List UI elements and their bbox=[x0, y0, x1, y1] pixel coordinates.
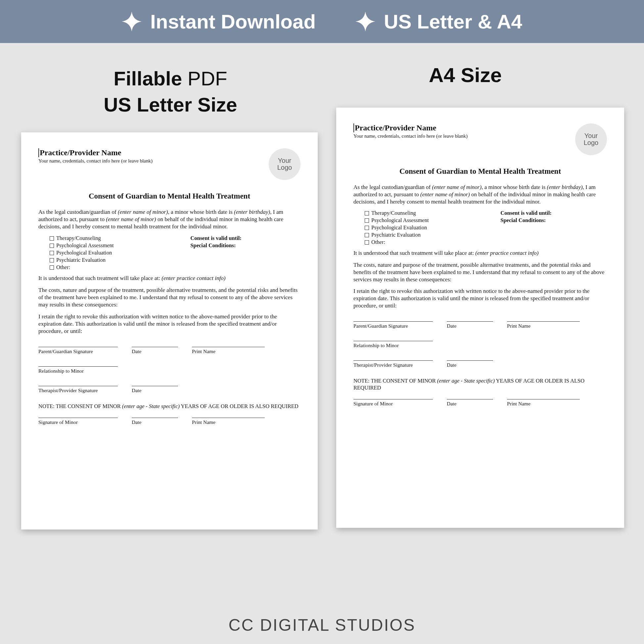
logo-placeholder[interactable]: YourLogo bbox=[269, 148, 300, 180]
consent-valid-block: Consent is valid until: Special Conditio… bbox=[500, 210, 607, 246]
note-line: NOTE: THE CONSENT OF MINOR (enter age - … bbox=[38, 403, 300, 410]
footer-brand: CC DIGITAL STUDIOS bbox=[0, 616, 644, 635]
checkbox[interactable] bbox=[50, 251, 54, 255]
costs-paragraph: The costs, nature and purpose of the tre… bbox=[353, 261, 607, 283]
note-line: NOTE: THE CONSENT OF MINOR (enter age - … bbox=[353, 377, 607, 391]
heading-right: A4 Size bbox=[320, 62, 611, 88]
checkbox[interactable] bbox=[50, 258, 54, 262]
banner-item-download: Instant Download bbox=[122, 10, 316, 33]
therapist-sig-line[interactable] bbox=[353, 360, 433, 361]
heading-left-line2: US Letter Size bbox=[26, 92, 314, 117]
intro-paragraph: As the legal custodian/guardian of (ente… bbox=[38, 208, 300, 230]
minor-sig-line[interactable] bbox=[38, 418, 118, 418]
checkbox-list: Therapy/Counseling Psychological Assessm… bbox=[353, 210, 500, 246]
sparkle-icon bbox=[122, 12, 142, 31]
date-line[interactable] bbox=[132, 386, 178, 386]
practice-sub[interactable]: Your name, credentials, contact info her… bbox=[38, 158, 265, 164]
document-a4: Practice/Provider Name Your name, creden… bbox=[336, 108, 624, 528]
date-line[interactable] bbox=[447, 399, 493, 399]
checkbox[interactable] bbox=[50, 236, 54, 241]
consent-valid-block: Consent is valid until: Special Conditio… bbox=[190, 235, 300, 271]
heading-left-word2: PDF bbox=[182, 68, 227, 90]
date-line[interactable] bbox=[447, 360, 493, 361]
banner-text-download: Instant Download bbox=[150, 10, 316, 33]
content-area: Fillable PDF US Letter Size A4 Size Prac… bbox=[0, 43, 644, 596]
revoke-paragraph: I retain the right to revoke this author… bbox=[38, 313, 300, 335]
banner-item-sizes: US Letter & A4 bbox=[355, 10, 522, 33]
intro-paragraph: As the legal custodian/guardian of (ente… bbox=[353, 184, 607, 205]
relationship-line[interactable] bbox=[38, 366, 118, 367]
checkbox[interactable] bbox=[365, 226, 369, 230]
checkbox-list: Therapy/Counseling Psychological Assessm… bbox=[38, 235, 190, 271]
print-name-line[interactable] bbox=[192, 418, 265, 418]
checkbox[interactable] bbox=[365, 218, 369, 223]
checkbox[interactable] bbox=[50, 244, 54, 248]
top-banner: Instant Download US Letter & A4 bbox=[0, 0, 644, 43]
checkbox[interactable] bbox=[365, 240, 369, 245]
signature-line[interactable] bbox=[353, 321, 433, 322]
doc-title: Consent of Guardian to Mental Health Tre… bbox=[353, 167, 607, 176]
practice-sub[interactable]: Your name, credentials, contact info her… bbox=[353, 133, 572, 139]
date-line[interactable] bbox=[447, 321, 493, 322]
banner-text-sizes: US Letter & A4 bbox=[384, 10, 522, 33]
costs-paragraph: The costs, nature and purpose of the tre… bbox=[38, 287, 300, 308]
doc-title: Consent of Guardian to Mental Health Tre… bbox=[38, 192, 300, 201]
sparkle-icon bbox=[355, 12, 375, 31]
revoke-paragraph: I retain the right to revoke this author… bbox=[353, 288, 607, 309]
heading-left: Fillable PDF US Letter Size bbox=[26, 66, 314, 117]
heading-left-word1: Fillable bbox=[114, 68, 182, 90]
relationship-line[interactable] bbox=[353, 341, 433, 341]
print-name-line[interactable] bbox=[192, 347, 265, 347]
document-us-letter: Practice/Provider Name Your name, creden… bbox=[21, 132, 318, 529]
print-name-line[interactable] bbox=[507, 399, 580, 399]
logo-placeholder[interactable]: YourLogo bbox=[575, 123, 607, 155]
checkbox[interactable] bbox=[365, 233, 369, 237]
therapist-sig-line[interactable] bbox=[38, 386, 118, 386]
signature-line[interactable] bbox=[38, 347, 118, 347]
minor-sig-line[interactable] bbox=[353, 399, 433, 399]
practice-name[interactable]: Practice/Provider Name bbox=[38, 148, 265, 157]
place-paragraph: It is understood that such treatment wil… bbox=[353, 250, 607, 257]
checkbox[interactable] bbox=[365, 211, 369, 215]
date-line[interactable] bbox=[132, 347, 178, 347]
date-line[interactable] bbox=[132, 418, 178, 418]
print-name-line[interactable] bbox=[507, 321, 580, 322]
checkbox[interactable] bbox=[50, 265, 54, 270]
practice-name[interactable]: Practice/Provider Name bbox=[353, 123, 572, 132]
place-paragraph: It is understood that such treatment wil… bbox=[38, 275, 300, 282]
